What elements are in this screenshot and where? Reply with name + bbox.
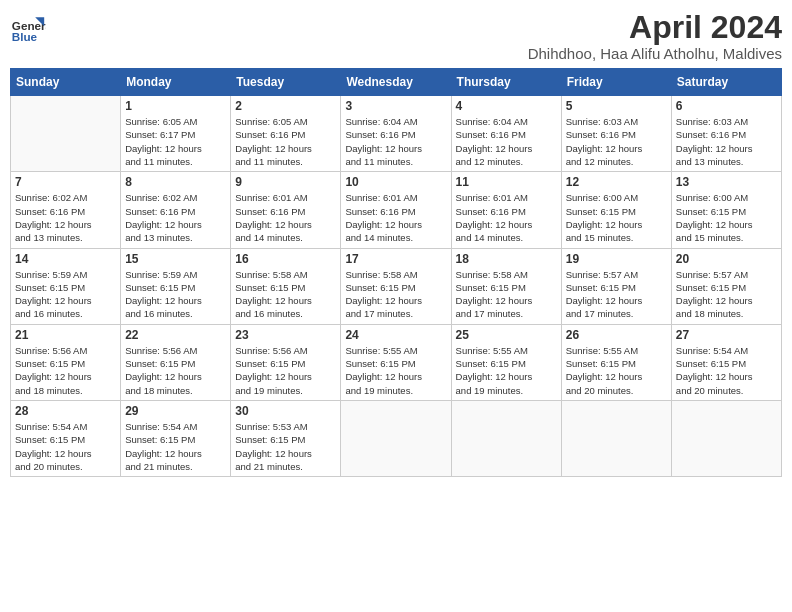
day-info: Sunrise: 5:57 AM Sunset: 6:15 PM Dayligh… <box>676 268 777 321</box>
calendar-cell <box>11 96 121 172</box>
calendar-cell: 10Sunrise: 6:01 AM Sunset: 6:16 PM Dayli… <box>341 172 451 248</box>
day-number: 25 <box>456 328 557 342</box>
calendar-cell: 22Sunrise: 5:56 AM Sunset: 6:15 PM Dayli… <box>121 324 231 400</box>
day-number: 28 <box>15 404 116 418</box>
calendar-cell: 5Sunrise: 6:03 AM Sunset: 6:16 PM Daylig… <box>561 96 671 172</box>
calendar-cell <box>671 400 781 476</box>
calendar-cell: 19Sunrise: 5:57 AM Sunset: 6:15 PM Dayli… <box>561 248 671 324</box>
day-number: 24 <box>345 328 446 342</box>
day-info: Sunrise: 5:53 AM Sunset: 6:15 PM Dayligh… <box>235 420 336 473</box>
day-info: Sunrise: 6:01 AM Sunset: 6:16 PM Dayligh… <box>235 191 336 244</box>
calendar-cell: 25Sunrise: 5:55 AM Sunset: 6:15 PM Dayli… <box>451 324 561 400</box>
calendar-cell: 14Sunrise: 5:59 AM Sunset: 6:15 PM Dayli… <box>11 248 121 324</box>
day-info: Sunrise: 6:00 AM Sunset: 6:15 PM Dayligh… <box>676 191 777 244</box>
calendar-cell: 27Sunrise: 5:54 AM Sunset: 6:15 PM Dayli… <box>671 324 781 400</box>
day-info: Sunrise: 6:04 AM Sunset: 6:16 PM Dayligh… <box>345 115 446 168</box>
day-number: 13 <box>676 175 777 189</box>
title-area: April 2024 Dhihdhoo, Haa Alifu Atholhu, … <box>528 10 782 62</box>
day-info: Sunrise: 6:01 AM Sunset: 6:16 PM Dayligh… <box>345 191 446 244</box>
day-info: Sunrise: 5:56 AM Sunset: 6:15 PM Dayligh… <box>15 344 116 397</box>
day-info: Sunrise: 5:55 AM Sunset: 6:15 PM Dayligh… <box>456 344 557 397</box>
day-number: 2 <box>235 99 336 113</box>
day-number: 19 <box>566 252 667 266</box>
calendar-cell: 21Sunrise: 5:56 AM Sunset: 6:15 PM Dayli… <box>11 324 121 400</box>
calendar-cell: 17Sunrise: 5:58 AM Sunset: 6:15 PM Dayli… <box>341 248 451 324</box>
day-info: Sunrise: 5:54 AM Sunset: 6:15 PM Dayligh… <box>15 420 116 473</box>
day-info: Sunrise: 5:58 AM Sunset: 6:15 PM Dayligh… <box>235 268 336 321</box>
weekday-header-monday: Monday <box>121 69 231 96</box>
day-number: 27 <box>676 328 777 342</box>
weekday-header-friday: Friday <box>561 69 671 96</box>
calendar-week-row: 7Sunrise: 6:02 AM Sunset: 6:16 PM Daylig… <box>11 172 782 248</box>
day-info: Sunrise: 6:02 AM Sunset: 6:16 PM Dayligh… <box>125 191 226 244</box>
day-number: 9 <box>235 175 336 189</box>
weekday-header-wednesday: Wednesday <box>341 69 451 96</box>
day-number: 20 <box>676 252 777 266</box>
calendar-cell: 24Sunrise: 5:55 AM Sunset: 6:15 PM Dayli… <box>341 324 451 400</box>
day-info: Sunrise: 5:59 AM Sunset: 6:15 PM Dayligh… <box>15 268 116 321</box>
calendar-week-row: 21Sunrise: 5:56 AM Sunset: 6:15 PM Dayli… <box>11 324 782 400</box>
day-number: 6 <box>676 99 777 113</box>
calendar-cell <box>561 400 671 476</box>
svg-text:Blue: Blue <box>12 30 38 43</box>
day-info: Sunrise: 5:54 AM Sunset: 6:15 PM Dayligh… <box>676 344 777 397</box>
day-number: 23 <box>235 328 336 342</box>
calendar-cell: 2Sunrise: 6:05 AM Sunset: 6:16 PM Daylig… <box>231 96 341 172</box>
calendar-cell: 28Sunrise: 5:54 AM Sunset: 6:15 PM Dayli… <box>11 400 121 476</box>
calendar-table: SundayMondayTuesdayWednesdayThursdayFrid… <box>10 68 782 477</box>
day-info: Sunrise: 6:03 AM Sunset: 6:16 PM Dayligh… <box>566 115 667 168</box>
calendar-cell: 15Sunrise: 5:59 AM Sunset: 6:15 PM Dayli… <box>121 248 231 324</box>
day-number: 15 <box>125 252 226 266</box>
day-info: Sunrise: 6:04 AM Sunset: 6:16 PM Dayligh… <box>456 115 557 168</box>
day-info: Sunrise: 5:55 AM Sunset: 6:15 PM Dayligh… <box>566 344 667 397</box>
day-info: Sunrise: 5:59 AM Sunset: 6:15 PM Dayligh… <box>125 268 226 321</box>
day-number: 3 <box>345 99 446 113</box>
day-number: 18 <box>456 252 557 266</box>
day-info: Sunrise: 6:03 AM Sunset: 6:16 PM Dayligh… <box>676 115 777 168</box>
calendar-cell: 16Sunrise: 5:58 AM Sunset: 6:15 PM Dayli… <box>231 248 341 324</box>
weekday-header-thursday: Thursday <box>451 69 561 96</box>
month-year-title: April 2024 <box>528 10 782 45</box>
day-number: 1 <box>125 99 226 113</box>
calendar-cell: 9Sunrise: 6:01 AM Sunset: 6:16 PM Daylig… <box>231 172 341 248</box>
calendar-cell: 30Sunrise: 5:53 AM Sunset: 6:15 PM Dayli… <box>231 400 341 476</box>
day-number: 30 <box>235 404 336 418</box>
calendar-cell <box>341 400 451 476</box>
day-info: Sunrise: 5:58 AM Sunset: 6:15 PM Dayligh… <box>456 268 557 321</box>
day-number: 11 <box>456 175 557 189</box>
day-info: Sunrise: 6:01 AM Sunset: 6:16 PM Dayligh… <box>456 191 557 244</box>
calendar-week-row: 14Sunrise: 5:59 AM Sunset: 6:15 PM Dayli… <box>11 248 782 324</box>
day-info: Sunrise: 5:58 AM Sunset: 6:15 PM Dayligh… <box>345 268 446 321</box>
calendar-cell: 18Sunrise: 5:58 AM Sunset: 6:15 PM Dayli… <box>451 248 561 324</box>
day-number: 22 <box>125 328 226 342</box>
day-info: Sunrise: 6:00 AM Sunset: 6:15 PM Dayligh… <box>566 191 667 244</box>
day-number: 16 <box>235 252 336 266</box>
day-info: Sunrise: 6:05 AM Sunset: 6:16 PM Dayligh… <box>235 115 336 168</box>
weekday-header-tuesday: Tuesday <box>231 69 341 96</box>
day-info: Sunrise: 5:55 AM Sunset: 6:15 PM Dayligh… <box>345 344 446 397</box>
calendar-cell: 4Sunrise: 6:04 AM Sunset: 6:16 PM Daylig… <box>451 96 561 172</box>
calendar-cell: 1Sunrise: 6:05 AM Sunset: 6:17 PM Daylig… <box>121 96 231 172</box>
day-number: 17 <box>345 252 446 266</box>
calendar-cell: 29Sunrise: 5:54 AM Sunset: 6:15 PM Dayli… <box>121 400 231 476</box>
day-info: Sunrise: 5:57 AM Sunset: 6:15 PM Dayligh… <box>566 268 667 321</box>
day-info: Sunrise: 5:56 AM Sunset: 6:15 PM Dayligh… <box>235 344 336 397</box>
logo: General Blue <box>10 10 46 46</box>
day-number: 14 <box>15 252 116 266</box>
day-info: Sunrise: 5:56 AM Sunset: 6:15 PM Dayligh… <box>125 344 226 397</box>
calendar-cell: 12Sunrise: 6:00 AM Sunset: 6:15 PM Dayli… <box>561 172 671 248</box>
day-number: 26 <box>566 328 667 342</box>
day-info: Sunrise: 6:05 AM Sunset: 6:17 PM Dayligh… <box>125 115 226 168</box>
calendar-cell: 26Sunrise: 5:55 AM Sunset: 6:15 PM Dayli… <box>561 324 671 400</box>
weekday-header-sunday: Sunday <box>11 69 121 96</box>
calendar-cell: 7Sunrise: 6:02 AM Sunset: 6:16 PM Daylig… <box>11 172 121 248</box>
calendar-cell: 20Sunrise: 5:57 AM Sunset: 6:15 PM Dayli… <box>671 248 781 324</box>
calendar-cell: 23Sunrise: 5:56 AM Sunset: 6:15 PM Dayli… <box>231 324 341 400</box>
day-number: 21 <box>15 328 116 342</box>
day-info: Sunrise: 5:54 AM Sunset: 6:15 PM Dayligh… <box>125 420 226 473</box>
calendar-cell: 3Sunrise: 6:04 AM Sunset: 6:16 PM Daylig… <box>341 96 451 172</box>
weekday-header-row: SundayMondayTuesdayWednesdayThursdayFrid… <box>11 69 782 96</box>
calendar-cell: 11Sunrise: 6:01 AM Sunset: 6:16 PM Dayli… <box>451 172 561 248</box>
day-number: 8 <box>125 175 226 189</box>
weekday-header-saturday: Saturday <box>671 69 781 96</box>
